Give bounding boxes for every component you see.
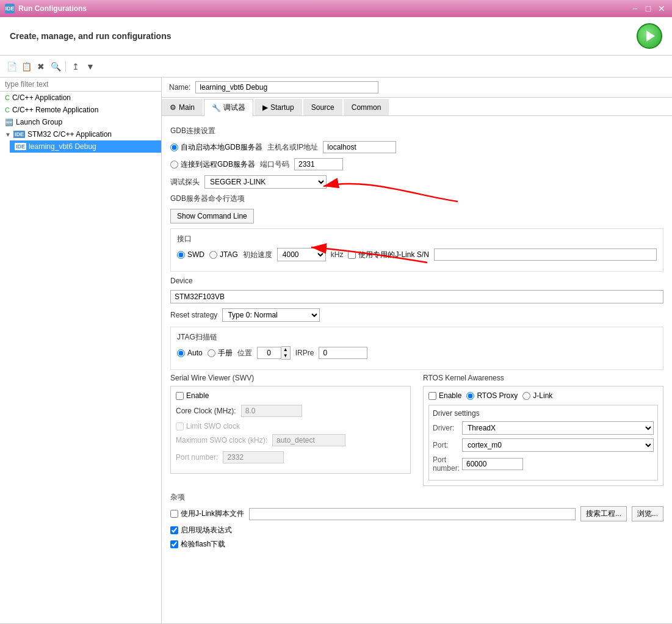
enable-swv-label[interactable]: Enable xyxy=(176,391,405,400)
close-button[interactable]: ✕ xyxy=(656,3,667,14)
debug-probe-select[interactable]: SEGGER J-LINK xyxy=(204,175,327,189)
jlink-rtos-label[interactable]: J-Link xyxy=(522,391,552,400)
filter-button[interactable]: 🔍 xyxy=(49,60,62,73)
jlink-sn-checkbox[interactable] xyxy=(348,251,356,259)
jtag-radio[interactable] xyxy=(209,251,217,259)
duplicate-button[interactable]: 📋 xyxy=(20,60,33,73)
sidebar: C C/C++ Application C C/C++ Remote Appli… xyxy=(0,78,162,623)
sidebar-item-debug[interactable]: IDE learning_vbt6 Debug xyxy=(10,140,161,153)
name-label: Name: xyxy=(169,83,190,92)
sidebar-item-cpp-remote[interactable]: C C/C++ Remote Application xyxy=(0,104,161,116)
port-select[interactable]: cortex_m0 xyxy=(462,438,654,452)
jlink-rtos-radio[interactable] xyxy=(522,392,530,400)
limit-swo-label: Limit SWO clock xyxy=(176,422,405,430)
jlink-sn-checkbox-label[interactable]: 使用专用的J-Link S/N xyxy=(348,250,428,260)
collapse-button[interactable]: ↥ xyxy=(69,60,82,73)
rtos-port-label: Port number: xyxy=(433,455,457,473)
swd-radio-label[interactable]: SWD xyxy=(177,250,204,259)
core-clock-input xyxy=(241,405,302,417)
max-swo-input xyxy=(272,434,345,446)
new-config-button[interactable]: 📄 xyxy=(5,60,18,73)
sidebar-item-launch-group[interactable]: 🆕 Launch Group xyxy=(0,116,161,128)
irpre-label: IRPre xyxy=(295,349,314,357)
sidebar-item-stm32[interactable]: ▼ IDE STM32 C/C++ Application xyxy=(0,128,161,140)
jtag-options-row: Auto 手册 位置 ▲ ▼ IRPre xyxy=(177,346,657,360)
view-menu-button[interactable]: ▼ xyxy=(84,60,97,73)
filter-input[interactable] xyxy=(0,78,161,92)
manual-radio-label[interactable]: 手册 xyxy=(208,348,233,358)
tab-main[interactable]: ⚙ Main xyxy=(162,99,203,115)
device-input[interactable] xyxy=(170,290,663,303)
tab-debugger[interactable]: 🔧 调试器 xyxy=(204,99,253,116)
remote-server-radio[interactable] xyxy=(170,161,178,169)
port-label: 端口号码 xyxy=(260,159,289,170)
auto2-radio-label[interactable]: Auto xyxy=(177,349,203,357)
remote-server-radio-label[interactable]: 连接到远程GDB服务器 xyxy=(170,159,255,170)
enable-semihosting-checkbox[interactable] xyxy=(170,526,178,534)
position-spinner[interactable]: ▲ ▼ xyxy=(257,346,291,360)
swv-section: Serial Wire Viewer (SWV) Enable Core Clo… xyxy=(170,374,411,486)
enable-rtos-checkbox[interactable] xyxy=(428,392,436,400)
position-input[interactable] xyxy=(257,347,281,359)
rtos-port-input[interactable] xyxy=(462,458,523,470)
driver-select[interactable]: ThreadX xyxy=(462,421,654,435)
position-down-button[interactable]: ▼ xyxy=(281,353,290,359)
auto2-radio[interactable] xyxy=(177,349,185,357)
auto-server-radio[interactable] xyxy=(170,143,178,151)
remote-radio-row: 连接到远程GDB服务器 端口号码 xyxy=(170,158,663,170)
max-swo-label: Maximum SWO clock (kHz): xyxy=(176,436,267,444)
startup-tab-icon: ▶ xyxy=(262,103,268,112)
reset-strategy-select[interactable]: Type 0: Normal xyxy=(222,308,320,322)
form-content: GDB连接设置 自动启动本地GDB服务器 主机名或IP地址 连接到远程GDB服务… xyxy=(162,116,672,623)
semihosting-row: 启用现场表达式 xyxy=(170,525,663,535)
jtag-radio-label[interactable]: JTAG xyxy=(209,250,238,259)
swd-radio[interactable] xyxy=(177,251,185,259)
debugger-tab-icon: 🔧 xyxy=(212,104,221,112)
launch-icon: 🆕 xyxy=(5,118,13,126)
enable-rtos-label[interactable]: Enable xyxy=(428,391,461,400)
show-cmd-row: Show Command Line xyxy=(170,209,663,223)
show-command-line-button[interactable]: Show Command Line xyxy=(170,209,254,223)
enable-semihosting-label[interactable]: 启用现场表达式 xyxy=(170,525,232,535)
toolbar: 📄 📋 ✖ 🔍 ↥ ▼ xyxy=(0,56,672,78)
maximize-button[interactable]: □ xyxy=(643,3,654,14)
rtos-title: RTOS Kernel Awareness xyxy=(423,374,663,382)
tabs-bar: ⚙ Main 🔧 调试器 ▶ Startup Source Common xyxy=(162,98,672,116)
rtos-section: RTOS Kernel Awareness Enable RTOS Proxy xyxy=(423,374,663,486)
position-up-button[interactable]: ▲ xyxy=(281,347,290,353)
sidebar-item-cpp-app[interactable]: C C/C++ Application xyxy=(0,92,161,104)
port-row: Port: cortex_m0 xyxy=(433,438,654,452)
name-input[interactable] xyxy=(195,81,378,93)
irpre-input[interactable] xyxy=(319,347,367,359)
manual-radio[interactable] xyxy=(208,349,215,357)
rtos-proxy-radio[interactable] xyxy=(466,392,474,400)
port-input[interactable] xyxy=(294,158,343,170)
auto-server-radio-label[interactable]: 自动启动本地GDB服务器 xyxy=(170,142,262,153)
tab-common[interactable]: Common xyxy=(344,99,389,115)
window-title: Run Configurations xyxy=(18,4,87,13)
rtos-proxy-label[interactable]: RTOS Proxy xyxy=(466,391,518,400)
misc-section: 杂项 使用J-Link脚本文件 搜索工程... 浏览... 启用现场表达式 xyxy=(170,492,663,550)
enable-swv-checkbox[interactable] xyxy=(176,392,184,400)
content-area: Name: ⚙ Main 🔧 调试器 ▶ Startup Source Comm… xyxy=(162,78,672,623)
init-speed-select[interactable]: 4000 xyxy=(277,248,326,261)
jlink-script-input[interactable] xyxy=(249,508,576,520)
tab-source[interactable]: Source xyxy=(303,99,342,115)
speed-unit: kHz xyxy=(331,250,344,259)
reset-strategy-row: Reset strategy Type 0: Normal xyxy=(170,308,663,322)
host-input[interactable] xyxy=(323,141,396,153)
two-col-section: Serial Wire Viewer (SWV) Enable Core Clo… xyxy=(170,374,663,486)
tab-startup[interactable]: ▶ Startup xyxy=(255,99,302,115)
delete-button[interactable]: ✖ xyxy=(34,60,48,73)
search-project-button[interactable]: 搜索工程... xyxy=(580,506,627,521)
minimize-button[interactable]: − xyxy=(629,3,640,14)
run-button[interactable] xyxy=(637,23,662,49)
browse-button[interactable]: 浏览... xyxy=(632,506,663,521)
verify-flash-checkbox[interactable] xyxy=(170,540,178,548)
jlink-sn-input[interactable] xyxy=(434,249,657,261)
verify-flash-label[interactable]: 检验flash下载 xyxy=(170,539,225,550)
reset-strategy-label: Reset strategy xyxy=(170,311,217,319)
jlink-script-checkbox[interactable] xyxy=(170,510,178,518)
driver-row: Driver: ThreadX xyxy=(433,421,654,435)
jlink-script-label[interactable]: 使用J-Link脚本文件 xyxy=(170,509,244,519)
